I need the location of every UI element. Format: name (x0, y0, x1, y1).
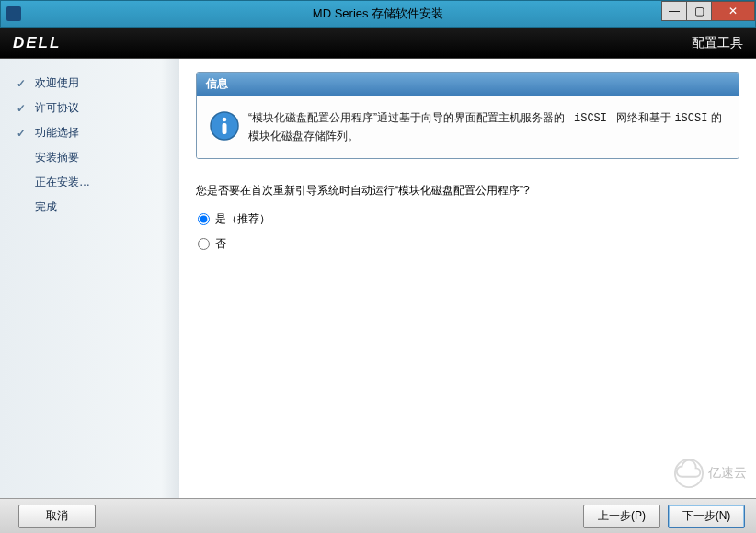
info-code-2: iSCSI (674, 112, 707, 125)
sidebar-item-label: 许可协议 (35, 100, 79, 116)
window-control-buttons: — ▢ ✕ (662, 1, 755, 21)
radio-no-input[interactable] (198, 238, 210, 250)
wizard-content: 信息 “模块化磁盘配置公用程序”通过基于向导的界面配置主机服务器的 iSCSI … (179, 59, 756, 498)
window-titlebar: MD Series 存储软件安装 — ▢ ✕ (0, 0, 756, 28)
window-title: MD Series 存储软件安装 (1, 6, 755, 22)
check-icon: ✓ (17, 127, 29, 140)
info-text: “模块化磁盘配置公用程序”通过基于向导的界面配置主机服务器的 iSCSI 网络和… (248, 109, 727, 145)
svg-rect-2 (223, 123, 227, 134)
radio-group-autorun: 是（推荐） 否 (196, 211, 739, 252)
info-panel: 信息 “模块化磁盘配置公用程序”通过基于向导的界面配置主机服务器的 iSCSI … (196, 72, 739, 159)
sidebar-item-welcome: ✓ 欢迎使用 (17, 75, 179, 91)
minimize-button[interactable]: — (661, 1, 687, 21)
radio-yes-label: 是（推荐） (215, 211, 270, 227)
info-text-mid: 网络和基于 (616, 111, 671, 124)
next-button[interactable]: 下一步(N) (668, 505, 745, 528)
info-panel-body: “模块化磁盘配置公用程序”通过基于向导的界面配置主机服务器的 iSCSI 网络和… (197, 96, 739, 158)
maximize-button[interactable]: ▢ (686, 1, 712, 21)
radio-no-label: 否 (215, 236, 226, 252)
cancel-button[interactable]: 取消 (18, 505, 96, 528)
sidebar-item-label: 完成 (35, 199, 57, 215)
sidebar-item-label: 安装摘要 (35, 150, 79, 165)
wizard-sidebar: ✓ 欢迎使用 ✓ 许可协议 ✓ 功能选择 ✓ 安装摘要 ✓ 正在安装… ✓ 完成 (0, 59, 179, 498)
sidebar-item-features: ✓ 功能选择 (17, 125, 179, 141)
dell-logo: DELL (13, 34, 61, 52)
svg-point-1 (223, 118, 227, 122)
sidebar-item-installing: ✓ 正在安装… (17, 175, 179, 190)
brand-bar: DELL 配置工具 (0, 28, 756, 59)
info-text-prefix: “模块化磁盘配置公用程序”通过基于向导的界面配置主机服务器的 (248, 111, 565, 124)
radio-yes[interactable]: 是（推荐） (196, 211, 739, 227)
sidebar-item-license: ✓ 许可协议 (17, 100, 179, 116)
back-button[interactable]: 上一步(P) (583, 505, 660, 528)
wizard-body: ✓ 欢迎使用 ✓ 许可协议 ✓ 功能选择 ✓ 安装摘要 ✓ 正在安装… ✓ 完成… (0, 59, 756, 498)
info-panel-header: 信息 (197, 73, 739, 96)
question-text: 您是否要在首次重新引导系统时自动运行“模块化磁盘配置公用程序”? (196, 183, 739, 198)
radio-yes-input[interactable] (198, 213, 210, 225)
sidebar-item-label: 欢迎使用 (35, 75, 79, 91)
info-icon (208, 109, 248, 145)
app-icon (6, 6, 21, 21)
sidebar-item-label: 正在安装… (35, 175, 90, 190)
info-code-1: iSCSI (574, 112, 607, 125)
check-icon: ✓ (17, 77, 29, 90)
sidebar-item-summary: ✓ 安装摘要 (17, 150, 179, 165)
wizard-footer: 取消 上一步(P) 下一步(N) (0, 498, 756, 533)
close-button[interactable]: ✕ (711, 1, 755, 21)
check-icon: ✓ (17, 102, 29, 115)
sidebar-item-done: ✓ 完成 (17, 199, 179, 215)
radio-no[interactable]: 否 (196, 236, 739, 252)
section-title: 配置工具 (692, 35, 743, 51)
sidebar-item-label: 功能选择 (35, 125, 79, 141)
